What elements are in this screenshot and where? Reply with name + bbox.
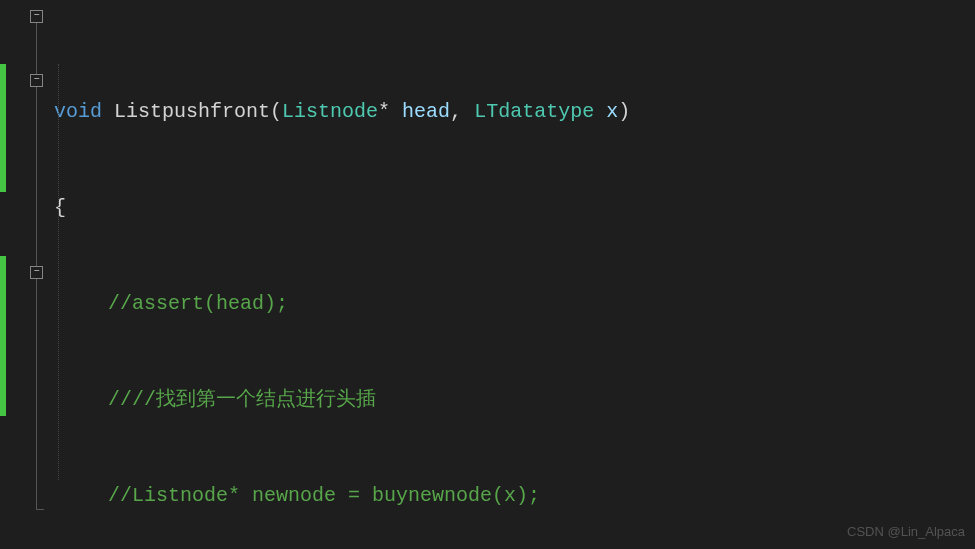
watermark: CSDN @Lin_Alpaca — [847, 522, 965, 543]
fold-toggle-icon[interactable] — [30, 266, 43, 279]
change-indicator — [0, 256, 6, 416]
code-line[interactable]: void Listpushfront(Listnode* head, LTdat… — [48, 96, 975, 128]
paren: ) — [618, 96, 630, 128]
indent-guide — [58, 64, 59, 480]
comment: //assert(head); — [108, 288, 288, 320]
type: LTdatatype — [474, 96, 594, 128]
param: x — [606, 96, 618, 128]
comment: ////找到第一个结点进行头插 — [108, 384, 376, 416]
change-indicator — [0, 64, 6, 192]
outline-guide — [36, 87, 37, 266]
code-line[interactable]: //assert(head); — [48, 288, 975, 320]
outline-guide-end — [36, 509, 44, 510]
paren: ( — [270, 96, 282, 128]
param: head — [402, 96, 450, 128]
type: Listnode — [282, 96, 378, 128]
fold-toggle-icon[interactable] — [30, 74, 43, 87]
code-editor[interactable]: void Listpushfront(Listnode* head, LTdat… — [0, 0, 975, 549]
code-area[interactable]: void Listpushfront(Listnode* head, LTdat… — [48, 0, 975, 549]
code-line[interactable]: //Listnode* newnode = buynewnode(x); — [48, 480, 975, 512]
outline-guide — [36, 279, 37, 509]
outline-guide — [36, 23, 37, 74]
function-name: Listpushfront — [102, 96, 270, 128]
gutter — [0, 0, 48, 549]
brace: { — [54, 192, 66, 224]
keyword: void — [54, 96, 102, 128]
code-line[interactable]: { — [48, 192, 975, 224]
fold-toggle-icon[interactable] — [30, 10, 43, 23]
punct: * — [378, 96, 402, 128]
code-line[interactable]: ////找到第一个结点进行头插 — [48, 384, 975, 416]
comment: //Listnode* newnode = buynewnode(x); — [108, 480, 540, 512]
punct: , — [450, 96, 474, 128]
space — [594, 96, 606, 128]
